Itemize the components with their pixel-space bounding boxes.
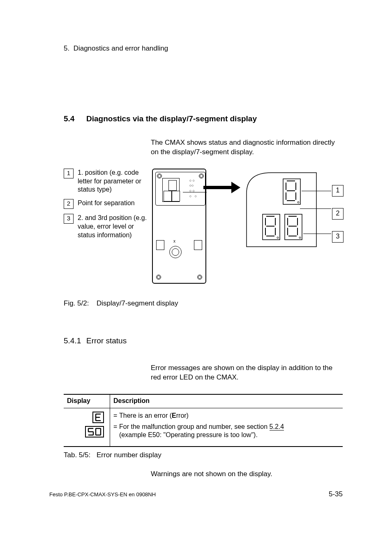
section-lead: The CMAX shows status and diagnostic inf… [151,138,343,157]
chapter-number: 5. [64,44,69,52]
figure-callout-3: 3 [332,231,344,243]
figure-caption-label: Fig. 5/2: [64,299,97,308]
section-heading: 5.4Diagnostics via the display/7-segment… [64,114,343,123]
desc-line-2: For the malfunction group and number, se… [113,423,339,440]
section-number: 5.4 [64,114,86,123]
zoom-panel: 1 2 3 [242,169,343,251]
table-caption-label: Tab. 5/5: [64,451,97,459]
table-header-description: Description [110,394,343,408]
zoom-arrow-icon [203,184,240,191]
subsection-heading: 5.4.1Error status [64,336,343,345]
error-table: Display Description [64,394,343,447]
legend-text: 1. position (e.g. code letter for parame… [78,169,148,194]
svg-point-3 [277,237,279,238]
desc-line-1: There is an error (Error) [113,412,339,420]
section-link[interactable]: 5.2.4 [270,423,284,431]
figure-5-2: 1 1. position (e.g. code letter for para… [64,169,343,292]
legend-text: 2. and 3rd position (e.g. value, error l… [78,214,148,239]
running-header: 5. Diagnostics and error handling [64,44,343,53]
subsection-lead: Error messages are shown on the display … [151,363,343,382]
figure-caption-text: Display/7-segment display [97,299,178,307]
legend-item-3: 3 2. and 3rd position (e.g. value, error… [64,214,148,239]
table-row: There is an error (Error) For the malfun… [64,408,343,447]
display-code-top [92,412,104,423]
table-caption: Tab. 5/5:Error number display [64,451,343,459]
table-caption-text: Error number display [97,451,161,459]
device-illustration: ○ ○○○○ ○○ ○ x [152,169,206,284]
page-number: 5-35 [329,490,343,498]
legend-item-1: 1 1. position (e.g. code letter for para… [64,169,148,194]
doc-id: Festo P.BE-CPX-CMAX-SYS-EN en 0908NH [49,491,156,498]
legend-item-2: 2 Point for separation [64,199,148,209]
legend-number-box: 3 [64,214,74,224]
display-code-bottom [85,426,104,437]
legend-number-box: 1 [64,169,74,178]
seven-segment-pos2 [262,214,280,240]
description-cell: There is an error (Error) For the malfun… [110,408,343,447]
figure-caption: Fig. 5/2:Display/7-segment display [64,299,343,308]
seven-segment-pos3 [284,214,302,240]
figure-legend: 1 1. position (e.g. code letter for para… [64,169,148,245]
section-title: Diagnostics via the display/7-segment di… [86,114,257,123]
figure-callout-2: 2 [332,208,344,220]
svg-point-1 [297,201,299,203]
display-cell [64,408,110,447]
seven-segment-pos1 [283,178,301,205]
subsection-title: Error status [86,336,127,345]
table-header-display: Display [64,394,110,408]
figure-callout-1: 1 [332,185,344,197]
svg-point-5 [299,237,301,238]
warning-note: Warnings are not shown on the display. [151,470,343,478]
subsection-number: 5.4.1 [64,336,86,345]
chapter-title: Diagnostics and error handling [74,44,168,52]
legend-text: Point for separation [78,199,135,209]
page-footer: Festo P.BE-CPX-CMAX-SYS-EN en 0908NH 5-3… [49,490,343,498]
legend-number-box: 2 [64,199,74,209]
